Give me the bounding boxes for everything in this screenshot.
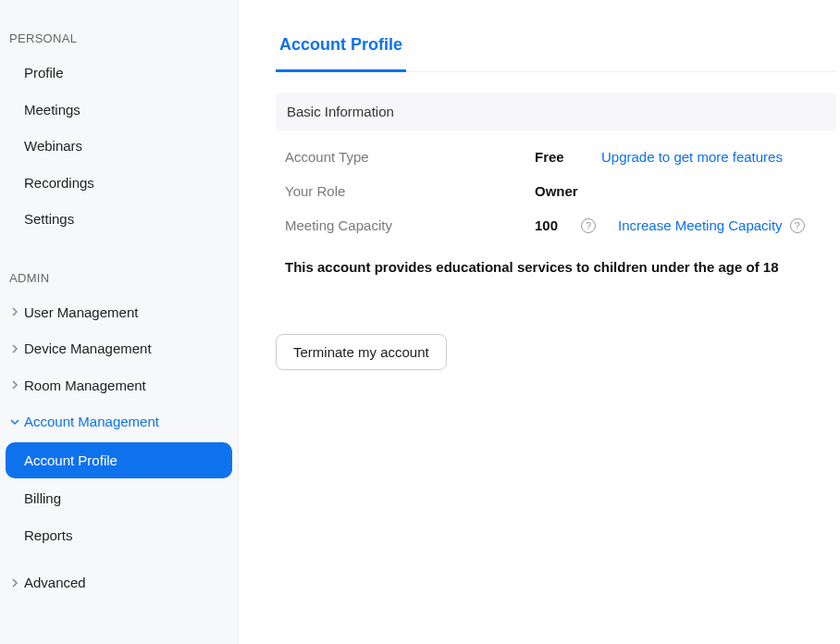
- sidebar-item-recordings[interactable]: Recordings: [0, 165, 238, 202]
- sidebar-item-room-management[interactable]: Room Management: [0, 367, 238, 404]
- terminate-account-button[interactable]: Terminate my account: [276, 334, 447, 370]
- sidebar-item-device-management[interactable]: Device Management: [0, 330, 238, 367]
- row-account-type: Account Type Free Upgrade to get more fe…: [276, 130, 836, 165]
- nav-section-personal: PERSONAL: [0, 26, 238, 55]
- sidebar-item-advanced[interactable]: Advanced: [0, 564, 238, 601]
- sidebar-item-label: Webinars: [24, 137, 82, 155]
- sidebar-item-label: Recordings: [24, 174, 94, 192]
- account-type-label: Account Type: [285, 149, 535, 165]
- upgrade-link[interactable]: Upgrade to get more features: [601, 149, 783, 165]
- account-type-value: Free: [535, 149, 577, 165]
- sidebar-item-reports[interactable]: Reports: [0, 517, 238, 554]
- nav-section-admin: ADMIN: [0, 266, 238, 294]
- sidebar-item-billing[interactable]: Billing: [0, 480, 238, 517]
- main-content: Account Profile Basic Information Accoun…: [239, 0, 840, 644]
- sidebar-item-label: Account Management: [24, 413, 159, 431]
- sidebar-item-label: Profile: [24, 64, 64, 82]
- sidebar-item-label: Reports: [24, 526, 73, 545]
- educational-statement: This account provides educational servic…: [276, 233, 836, 275]
- sidebar-item-label: Device Management: [24, 340, 152, 358]
- sidebar: PERSONAL Profile Meetings Webinars Recor…: [0, 0, 239, 644]
- chevron-right-icon: [7, 344, 22, 353]
- increase-capacity-link[interactable]: Increase Meeting Capacity: [618, 217, 783, 233]
- sidebar-item-meetings[interactable]: Meetings: [0, 92, 238, 129]
- row-meeting-capacity: Meeting Capacity 100 ? Increase Meeting …: [276, 199, 836, 233]
- sidebar-item-settings[interactable]: Settings: [0, 201, 238, 238]
- meeting-capacity-label: Meeting Capacity: [285, 217, 535, 233]
- chevron-right-icon: [7, 307, 22, 316]
- sidebar-item-profile[interactable]: Profile: [0, 55, 238, 92]
- sidebar-item-webinars[interactable]: Webinars: [0, 128, 238, 165]
- sidebar-item-account-profile[interactable]: Account Profile: [6, 442, 232, 479]
- chevron-down-icon: [7, 417, 22, 427]
- tab-account-profile[interactable]: Account Profile: [276, 28, 406, 72]
- chevron-right-icon: [7, 578, 22, 588]
- sidebar-item-label: Account Profile: [24, 452, 117, 470]
- your-role-label: Your Role: [285, 183, 535, 199]
- sidebar-item-label: Room Management: [24, 377, 146, 395]
- sidebar-item-label: Meetings: [24, 101, 80, 119]
- meeting-capacity-value: 100: [535, 217, 570, 233]
- sidebar-item-label: Advanced: [24, 574, 86, 592]
- help-icon[interactable]: ?: [581, 218, 596, 233]
- row-your-role: Your Role Owner: [276, 165, 836, 199]
- your-role-value: Owner: [535, 183, 578, 199]
- help-icon[interactable]: ?: [790, 218, 805, 233]
- sidebar-item-label: Settings: [24, 210, 74, 229]
- sidebar-item-account-management[interactable]: Account Management: [0, 403, 238, 440]
- section-header-basic-information: Basic Information: [276, 93, 836, 130]
- tab-bar: Account Profile: [276, 28, 836, 72]
- sidebar-item-label: User Management: [24, 303, 138, 322]
- chevron-right-icon: [7, 380, 22, 390]
- sidebar-item-user-management[interactable]: User Management: [0, 294, 238, 331]
- sidebar-item-label: Billing: [24, 489, 61, 508]
